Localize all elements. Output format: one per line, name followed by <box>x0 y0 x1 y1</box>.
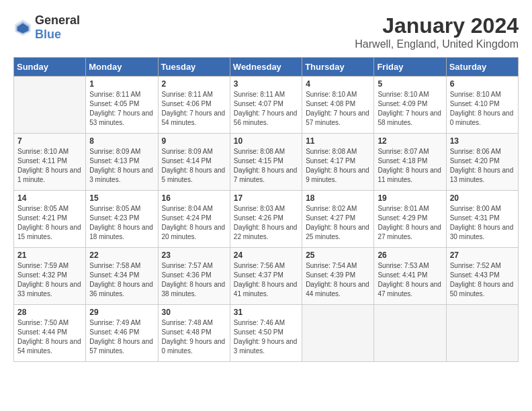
day-info: Sunrise: 8:10 AMSunset: 4:11 PMDaylight:… <box>17 147 82 185</box>
calendar-cell: 13Sunrise: 8:06 AMSunset: 4:20 PMDayligh… <box>446 134 518 191</box>
calendar-cell: 11Sunrise: 8:08 AMSunset: 4:17 PMDayligh… <box>302 134 374 191</box>
day-info: Sunrise: 7:52 AMSunset: 4:43 PMDaylight:… <box>450 261 515 299</box>
day-info: Sunrise: 8:06 AMSunset: 4:20 PMDaylight:… <box>450 147 515 185</box>
day-info: Sunrise: 7:59 AMSunset: 4:32 PMDaylight:… <box>17 261 82 299</box>
calendar-cell: 9Sunrise: 8:09 AMSunset: 4:14 PMDaylight… <box>158 134 230 191</box>
day-info: Sunrise: 8:03 AMSunset: 4:26 PMDaylight:… <box>234 204 298 242</box>
calendar-week-row: 21Sunrise: 7:59 AMSunset: 4:32 PMDayligh… <box>14 248 519 305</box>
calendar-cell <box>14 77 86 134</box>
day-info: Sunrise: 8:00 AMSunset: 4:31 PMDaylight:… <box>450 204 515 242</box>
header-saturday: Saturday <box>446 58 518 77</box>
calendar-cell: 18Sunrise: 8:02 AMSunset: 4:27 PMDayligh… <box>302 191 374 248</box>
day-number: 31 <box>234 308 298 317</box>
day-info: Sunrise: 8:11 AMSunset: 4:06 PMDaylight:… <box>162 90 226 128</box>
calendar-cell: 8Sunrise: 8:09 AMSunset: 4:13 PMDaylight… <box>86 134 158 191</box>
day-number: 20 <box>450 193 515 203</box>
calendar-cell: 30Sunrise: 7:48 AMSunset: 4:48 PMDayligh… <box>158 305 230 362</box>
day-info: Sunrise: 8:09 AMSunset: 4:13 PMDaylight:… <box>89 147 154 185</box>
day-info: Sunrise: 7:56 AMSunset: 4:37 PMDaylight:… <box>234 261 298 299</box>
day-number: 8 <box>89 136 154 146</box>
day-number: 16 <box>162 193 226 203</box>
day-number: 6 <box>450 79 515 89</box>
day-info: Sunrise: 8:08 AMSunset: 4:15 PMDaylight:… <box>234 147 298 185</box>
calendar-cell: 26Sunrise: 7:53 AMSunset: 4:41 PMDayligh… <box>374 248 446 305</box>
day-info: Sunrise: 7:49 AMSunset: 4:46 PMDaylight:… <box>89 318 154 356</box>
day-info: Sunrise: 8:05 AMSunset: 4:21 PMDaylight:… <box>17 204 82 242</box>
logo-icon <box>13 18 32 37</box>
day-number: 19 <box>378 193 442 203</box>
day-info: Sunrise: 8:04 AMSunset: 4:24 PMDaylight:… <box>162 204 226 242</box>
calendar-cell: 28Sunrise: 7:50 AMSunset: 4:44 PMDayligh… <box>14 305 86 362</box>
calendar-cell: 4Sunrise: 8:10 AMSunset: 4:08 PMDaylight… <box>302 77 374 134</box>
calendar-cell: 19Sunrise: 8:01 AMSunset: 4:29 PMDayligh… <box>374 191 446 248</box>
header-wednesday: Wednesday <box>230 58 302 77</box>
day-number: 25 <box>306 250 370 260</box>
day-info: Sunrise: 8:11 AMSunset: 4:07 PMDaylight:… <box>234 90 298 128</box>
day-number: 13 <box>450 136 515 146</box>
calendar-cell: 1Sunrise: 8:11 AMSunset: 4:05 PMDaylight… <box>86 77 158 134</box>
calendar-cell: 15Sunrise: 8:05 AMSunset: 4:23 PMDayligh… <box>86 191 158 248</box>
day-number: 12 <box>378 136 442 146</box>
day-info: Sunrise: 8:11 AMSunset: 4:05 PMDaylight:… <box>89 90 154 128</box>
calendar-cell: 14Sunrise: 8:05 AMSunset: 4:21 PMDayligh… <box>14 191 86 248</box>
day-number: 18 <box>306 193 370 203</box>
day-number: 26 <box>378 250 442 260</box>
day-info: Sunrise: 7:53 AMSunset: 4:41 PMDaylight:… <box>378 261 442 299</box>
day-number: 15 <box>89 193 154 203</box>
day-number: 29 <box>89 308 154 317</box>
calendar-cell: 5Sunrise: 8:10 AMSunset: 4:09 PMDaylight… <box>374 77 446 134</box>
day-info: Sunrise: 7:57 AMSunset: 4:36 PMDaylight:… <box>162 261 226 299</box>
calendar-cell: 24Sunrise: 7:56 AMSunset: 4:37 PMDayligh… <box>230 248 302 305</box>
day-number: 9 <box>162 136 226 146</box>
calendar-cell <box>302 305 374 362</box>
calendar-cell: 29Sunrise: 7:49 AMSunset: 4:46 PMDayligh… <box>86 305 158 362</box>
calendar-cell <box>446 305 518 362</box>
calendar-week-row: 1Sunrise: 8:11 AMSunset: 4:05 PMDaylight… <box>14 77 519 134</box>
calendar-cell: 10Sunrise: 8:08 AMSunset: 4:15 PMDayligh… <box>230 134 302 191</box>
calendar-cell: 3Sunrise: 8:11 AMSunset: 4:07 PMDaylight… <box>230 77 302 134</box>
day-info: Sunrise: 7:50 AMSunset: 4:44 PMDaylight:… <box>17 318 82 356</box>
day-info: Sunrise: 8:01 AMSunset: 4:29 PMDaylight:… <box>378 204 442 242</box>
logo-blue: Blue <box>35 28 61 41</box>
page-header: General Blue January 2024 Harwell, Engla… <box>13 13 519 50</box>
day-info: Sunrise: 7:54 AMSunset: 4:39 PMDaylight:… <box>306 261 370 299</box>
header-sunday: Sunday <box>14 58 86 77</box>
header-tuesday: Tuesday <box>158 58 230 77</box>
calendar-header-row: SundayMondayTuesdayWednesdayThursdayFrid… <box>14 58 519 77</box>
day-number: 4 <box>306 79 370 89</box>
day-number: 3 <box>234 79 298 89</box>
calendar-cell: 21Sunrise: 7:59 AMSunset: 4:32 PMDayligh… <box>14 248 86 305</box>
calendar-cell: 23Sunrise: 7:57 AMSunset: 4:36 PMDayligh… <box>158 248 230 305</box>
calendar-cell: 16Sunrise: 8:04 AMSunset: 4:24 PMDayligh… <box>158 191 230 248</box>
header-thursday: Thursday <box>302 58 374 77</box>
day-number: 2 <box>162 79 226 89</box>
calendar-cell: 17Sunrise: 8:03 AMSunset: 4:26 PMDayligh… <box>230 191 302 248</box>
day-number: 30 <box>162 308 226 317</box>
day-info: Sunrise: 8:08 AMSunset: 4:17 PMDaylight:… <box>306 147 370 185</box>
title-block: January 2024 Harwell, England, United Ki… <box>355 13 519 50</box>
calendar-week-row: 28Sunrise: 7:50 AMSunset: 4:44 PMDayligh… <box>14 305 519 362</box>
day-info: Sunrise: 7:48 AMSunset: 4:48 PMDaylight:… <box>162 318 226 356</box>
calendar-cell: 12Sunrise: 8:07 AMSunset: 4:18 PMDayligh… <box>374 134 446 191</box>
day-number: 17 <box>234 193 298 203</box>
calendar-week-row: 14Sunrise: 8:05 AMSunset: 4:21 PMDayligh… <box>14 191 519 248</box>
day-number: 10 <box>234 136 298 146</box>
day-number: 14 <box>17 193 82 203</box>
logo: General Blue <box>13 13 80 42</box>
day-number: 28 <box>17 308 82 317</box>
day-number: 11 <box>306 136 370 146</box>
day-number: 23 <box>162 250 226 260</box>
day-number: 22 <box>89 250 154 260</box>
day-info: Sunrise: 8:09 AMSunset: 4:14 PMDaylight:… <box>162 147 226 185</box>
logo-general: General <box>35 13 80 27</box>
calendar-cell: 7Sunrise: 8:10 AMSunset: 4:11 PMDaylight… <box>14 134 86 191</box>
location-title: Harwell, England, United Kingdom <box>355 38 519 50</box>
logo-text: General Blue <box>35 13 80 42</box>
calendar-cell: 2Sunrise: 8:11 AMSunset: 4:06 PMDaylight… <box>158 77 230 134</box>
day-number: 5 <box>378 79 442 89</box>
calendar-week-row: 7Sunrise: 8:10 AMSunset: 4:11 PMDaylight… <box>14 134 519 191</box>
day-info: Sunrise: 8:02 AMSunset: 4:27 PMDaylight:… <box>306 204 370 242</box>
day-info: Sunrise: 8:07 AMSunset: 4:18 PMDaylight:… <box>378 147 442 185</box>
day-number: 21 <box>17 250 82 260</box>
day-info: Sunrise: 8:10 AMSunset: 4:08 PMDaylight:… <box>306 90 370 128</box>
